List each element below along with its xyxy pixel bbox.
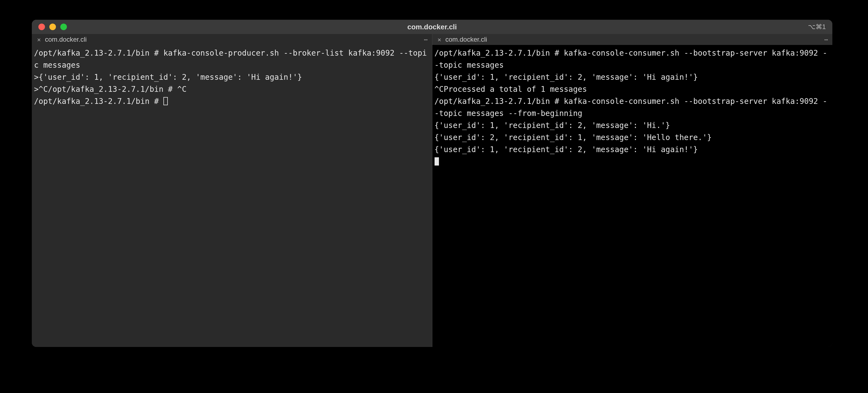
left-terminal-output[interactable]: /opt/kafka_2.13-2.7.1/bin # kafka-consol… <box>32 45 432 347</box>
terminal-line: /opt/kafka_2.13-2.7.1/bin # <box>34 97 163 106</box>
more-icon[interactable]: ⋯ <box>825 36 828 43</box>
terminal-line: /opt/kafka_2.13-2.7.1/bin # kafka-consol… <box>435 97 828 118</box>
more-icon[interactable]: ⋯ <box>424 36 427 43</box>
terminal-line: {'user_id': 1, 'recipient_id': 2, 'messa… <box>435 145 698 154</box>
window-title: com.docker.cli <box>32 23 832 31</box>
terminal-line: ^CProcessed a total of 1 messages <box>435 85 587 94</box>
right-terminal-output[interactable]: /opt/kafka_2.13-2.7.1/bin # kafka-consol… <box>432 45 833 347</box>
window-shortcut-hint: ⌥⌘1 <box>808 23 826 31</box>
right-tabbar: ✕ com.docker.cli ⋯ <box>432 34 833 45</box>
window-close-button[interactable] <box>38 24 45 30</box>
terminal-line: >^C/opt/kafka_2.13-2.7.1/bin # ^C <box>34 85 186 94</box>
terminal-window: com.docker.cli ⌥⌘1 ✕ com.docker.cli ⋯ /o… <box>32 20 832 347</box>
split-panes: ✕ com.docker.cli ⋯ /opt/kafka_2.13-2.7.1… <box>32 34 832 347</box>
terminal-line: {'user_id': 2, 'recipient_id': 1, 'messa… <box>435 133 712 142</box>
terminal-line: /opt/kafka_2.13-2.7.1/bin # kafka-consol… <box>34 48 427 70</box>
left-pane[interactable]: ✕ com.docker.cli ⋯ /opt/kafka_2.13-2.7.1… <box>32 34 432 347</box>
left-tabbar: ✕ com.docker.cli ⋯ <box>32 34 432 45</box>
terminal-line: {'user_id': 1, 'recipient_id': 2, 'messa… <box>435 121 670 130</box>
terminal-line: >{'user_id': 1, 'recipient_id': 2, 'mess… <box>34 73 302 82</box>
cursor-icon <box>435 157 439 166</box>
titlebar[interactable]: com.docker.cli ⌥⌘1 <box>32 20 832 34</box>
traffic-lights <box>32 24 67 30</box>
close-icon[interactable]: ✕ <box>436 36 443 43</box>
terminal-line: /opt/kafka_2.13-2.7.1/bin # kafka-consol… <box>435 48 828 70</box>
cursor-icon <box>163 97 168 105</box>
left-tab-label[interactable]: com.docker.cli <box>45 36 87 43</box>
window-maximize-button[interactable] <box>60 24 67 30</box>
terminal-line: {'user_id': 1, 'recipient_id': 2, 'messa… <box>435 73 698 82</box>
right-tab-label[interactable]: com.docker.cli <box>445 36 487 43</box>
close-icon[interactable]: ✕ <box>35 36 43 43</box>
window-minimize-button[interactable] <box>49 24 56 30</box>
right-pane[interactable]: ✕ com.docker.cli ⋯ /opt/kafka_2.13-2.7.1… <box>432 34 833 347</box>
